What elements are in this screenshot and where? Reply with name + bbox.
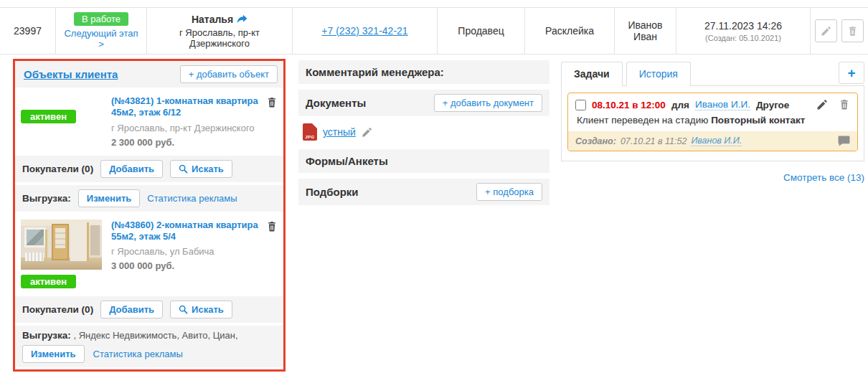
document-link[interactable]: устный [323, 126, 356, 138]
object-2-upload-row: Выгрузка: , Яндекс Недвижимость, Авито, … [15, 326, 283, 367]
view-all-tasks-link[interactable]: Смотреть все (13) [783, 172, 864, 183]
photo-radiator [25, 252, 44, 261]
object-1-address: г Ярославль, пр-кт Дзержинского [111, 123, 262, 133]
modified-datetime: 27.11.2023 14:26 [704, 20, 782, 32]
change-upload-button[interactable]: Изменить [22, 345, 85, 363]
tasks-panel: 08.10.21 в 12:00 для Иванов И.И. Другое [561, 85, 864, 161]
tab-history[interactable]: История [626, 62, 691, 86]
photo-window [24, 227, 47, 247]
buyers-label: Покупатели (0) [22, 304, 93, 315]
phone-cell: +7 (232) 321-42-21 [293, 8, 438, 54]
client-address: г Ярославль, пр-кт Дзержинского [151, 27, 288, 49]
tasks-tabs: Задачи История + [561, 62, 864, 86]
task-stage-name: Повторный контакт [711, 115, 805, 126]
buyers-label: Покупатели (0) [22, 164, 93, 174]
trash-icon [847, 26, 858, 37]
add-document-button[interactable]: + добавить документ [434, 94, 542, 112]
trash-icon [266, 97, 278, 108]
search-buyer-label: Искать [192, 164, 224, 174]
client-id: 23997 [0, 8, 56, 54]
task-assignee-link[interactable]: Иванов И.И. [695, 99, 750, 110]
task-for-label: для [671, 100, 689, 110]
client-name-line: Наталья [192, 14, 247, 25]
property-photo[interactable] [21, 219, 102, 270]
jpg-file-icon: JPG [303, 123, 317, 141]
forms-header: Формы/Анкеты [298, 149, 549, 173]
task-author-link[interactable]: Иванов И.И. [691, 136, 742, 146]
photo-door [52, 224, 69, 260]
search-icon [179, 305, 188, 314]
search-buyer-button[interactable]: Искать [170, 160, 232, 178]
status-badge: В работе [74, 12, 128, 26]
photo-hallway [90, 225, 99, 255]
pencil-icon [816, 99, 828, 110]
task-card-header: 08.10.21 в 12:00 для Иванов И.И. Другое [568, 93, 857, 112]
object-card-2: активен (№43860) 2-комнатная квартира 55… [15, 214, 283, 293]
object-1-price: 2 300 000 руб. [111, 137, 262, 148]
delete-task-button[interactable] [839, 99, 850, 110]
trash-icon [839, 99, 850, 110]
status-cell: В работе Следующий этап > [56, 8, 147, 54]
middle-column: Комментарий менеджера: Документы + добав… [298, 60, 549, 211]
next-stage-link[interactable]: Следующий этап > [60, 28, 142, 49]
edit-client-button[interactable] [815, 19, 837, 42]
phone-link[interactable]: +7 (232) 321-42-21 [321, 25, 407, 37]
task-created-label: Создано: [575, 136, 616, 146]
add-selection-button[interactable]: + подборка [476, 183, 542, 201]
trash-icon [266, 221, 278, 232]
delete-client-button[interactable] [841, 19, 864, 42]
upload-actions: Изменить Статистика рекламы [22, 345, 276, 363]
dates-cell: 27.11.2023 14:26 (Создан: 05.10.2021) [676, 8, 811, 54]
add-object-button[interactable]: + добавить объект [180, 65, 278, 83]
search-icon [179, 164, 188, 174]
task-created-datetime: 07.10.21 в 11:52 [621, 136, 687, 146]
goto-client-arrow-icon[interactable] [237, 14, 247, 24]
object-2-media: активен [19, 219, 105, 288]
pencil-icon [821, 26, 831, 37]
object-1-title-link[interactable]: (№43821) 1-комнатная квартира 45м2, этаж… [111, 95, 262, 119]
responsible-agent: Иванов Иван [615, 8, 676, 54]
delete-object-2-button[interactable] [266, 221, 278, 235]
add-buyer-button[interactable]: Добавить [100, 301, 163, 318]
task-complete-checkbox[interactable] [575, 100, 586, 110]
object-2-title-link[interactable]: (№43860) 2-комнатная квартира 55м2, этаж… [111, 219, 262, 243]
objects-title-link[interactable]: Объекты клиента [24, 68, 118, 80]
client-type: Продавец [438, 8, 525, 54]
created-date: (Создан: 05.10.2021) [705, 34, 781, 42]
object-2-address: г Ярославль, ул Бабича [111, 246, 262, 257]
task-category: Другое [756, 100, 789, 110]
task-comment-wrap [838, 136, 850, 146]
objects-panel-header: Объекты клиента + добавить объект [15, 61, 283, 88]
upload-line: Выгрузка: , Яндекс Недвижимость, Авито, … [22, 330, 276, 341]
upload-label: Выгрузка: [22, 193, 71, 204]
object-2-buyers-row: Покупатели (0) Добавить Искать [15, 296, 283, 323]
photo-door-glass [55, 228, 65, 248]
search-buyer-label: Искать [192, 304, 224, 315]
edit-task-button[interactable] [816, 99, 828, 110]
search-buyer-button[interactable]: Искать [170, 301, 232, 318]
client-header-bar: 23997 В работе Следующий этап > Наталья … [0, 7, 868, 55]
selections-header: Подборки + подборка [298, 179, 549, 205]
document-row: JPG устный [298, 122, 549, 149]
task-actions [816, 99, 850, 110]
object-1-status-badge: активен [21, 110, 76, 123]
client-name: Наталья [192, 14, 233, 25]
change-upload-button[interactable]: Изменить [78, 189, 141, 207]
add-task-button[interactable]: + [839, 62, 864, 84]
client-cell: Наталья г Ярославль, пр-кт Дзержинского [147, 8, 293, 54]
comment-bubble-icon [838, 136, 850, 146]
header-actions [811, 8, 868, 54]
ad-stats-link[interactable]: Статистика рекламы [147, 193, 237, 204]
object-1-buyers-row: Покупатели (0) Добавить Искать [15, 156, 283, 182]
tab-tasks[interactable]: Задачи [561, 62, 623, 86]
comment-button[interactable] [838, 136, 850, 146]
edit-document-button[interactable] [362, 127, 372, 138]
task-card: 08.10.21 в 12:00 для Иванов И.И. Другое [567, 93, 858, 151]
tasks-column: Задачи История + 08.10.21 в 12:00 для Ив… [561, 62, 864, 183]
forms-title: Формы/Анкеты [306, 155, 388, 167]
delete-object-1-button[interactable] [266, 97, 278, 110]
manager-comment-header: Комментарий менеджера: [298, 60, 549, 84]
object-2-info: (№43860) 2-комнатная квартира 55м2, этаж… [111, 219, 278, 288]
ad-stats-link[interactable]: Статистика рекламы [93, 349, 183, 359]
add-buyer-button[interactable]: Добавить [100, 160, 163, 178]
